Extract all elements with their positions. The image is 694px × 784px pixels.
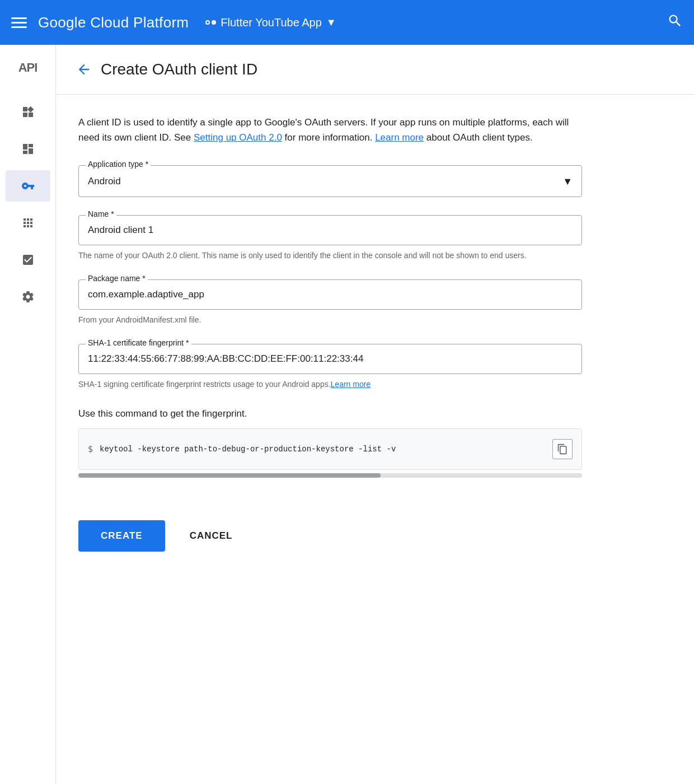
sidebar-item-widgets[interactable] xyxy=(6,96,50,128)
application-type-field: Application type * Android ▼ xyxy=(78,165,582,197)
name-field: Name * The name of your OAuth 2.0 client… xyxy=(78,215,582,262)
project-name: Flutter YouTube App xyxy=(221,16,322,29)
command-box: $ keytool -keystore path-to-debug-or-pro… xyxy=(78,428,582,470)
package-name-wrapper: Package name * xyxy=(78,279,582,310)
sidebar-item-settings[interactable] xyxy=(6,281,50,312)
project-dots-icon xyxy=(205,20,216,25)
sha1-label: SHA-1 certificate fingerprint * xyxy=(86,338,191,347)
description-text: A client ID is used to identify a single… xyxy=(78,115,582,145)
application-type-select[interactable]: Android xyxy=(79,166,582,197)
brand-name: Google Cloud Platform xyxy=(38,14,189,31)
copy-button[interactable] xyxy=(552,439,573,459)
application-type-label: Application type * xyxy=(86,160,151,169)
package-hint: From your AndroidManifest.xml file. xyxy=(78,314,582,326)
api-logo: API xyxy=(12,56,44,80)
name-hint: The name of your OAuth 2.0 client. This … xyxy=(78,250,582,262)
sha1-learn-more-link[interactable]: Learn more xyxy=(331,380,371,389)
main-content: Create OAuth client ID A client ID is us… xyxy=(56,45,694,784)
back-button[interactable] xyxy=(76,62,92,77)
name-wrapper: Name * xyxy=(78,215,582,245)
command-text: keytool -keystore path-to-debug-or-produ… xyxy=(100,445,546,454)
package-name-field: Package name * From your AndroidManifest… xyxy=(78,279,582,326)
menu-icon[interactable] xyxy=(11,17,27,28)
name-input[interactable] xyxy=(79,216,582,245)
sidebar-item-credentials[interactable] xyxy=(6,170,50,202)
page-title: Create OAuth client ID xyxy=(101,60,257,78)
main-layout: API xyxy=(0,45,694,784)
sha1-hint: SHA-1 signing certificate fingerprint re… xyxy=(78,379,582,390)
cancel-button[interactable]: CANCEL xyxy=(179,520,244,552)
command-section: Use this command to get the fingerprint.… xyxy=(78,408,582,478)
form-content: A client ID is used to identify a single… xyxy=(56,95,694,498)
command-label: Use this command to get the fingerprint. xyxy=(78,408,582,419)
form-actions: CREATE CANCEL xyxy=(56,498,694,574)
project-selector[interactable]: Flutter YouTube App ▼ xyxy=(205,16,336,29)
sha1-field: SHA-1 certificate fingerprint * SHA-1 si… xyxy=(78,344,582,390)
sha1-wrapper: SHA-1 certificate fingerprint * xyxy=(78,344,582,374)
oauth-link[interactable]: Setting up OAuth 2.0 xyxy=(194,132,282,143)
sidebar-item-dashboard[interactable] xyxy=(6,133,50,165)
scrollbar-track xyxy=(78,473,582,478)
application-type-wrapper: Application type * Android ▼ xyxy=(78,165,582,197)
sidebar-item-tasks[interactable] xyxy=(6,244,50,276)
scrollbar-thumb xyxy=(78,473,381,478)
sha1-input[interactable] xyxy=(79,344,582,374)
command-dollar: $ xyxy=(88,444,93,454)
page-header: Create OAuth client ID xyxy=(56,45,694,95)
top-header: Google Cloud Platform Flutter YouTube Ap… xyxy=(0,0,694,45)
create-button[interactable]: CREATE xyxy=(78,520,165,552)
sidebar: API xyxy=(0,45,56,784)
package-name-input[interactable] xyxy=(79,280,582,309)
search-icon[interactable] xyxy=(667,13,683,32)
chevron-down-icon: ▼ xyxy=(326,17,336,29)
learn-more-link[interactable]: Learn more xyxy=(375,132,424,143)
name-label: Name * xyxy=(86,209,116,218)
package-name-label: Package name * xyxy=(86,274,148,283)
sidebar-item-services[interactable] xyxy=(6,207,50,239)
